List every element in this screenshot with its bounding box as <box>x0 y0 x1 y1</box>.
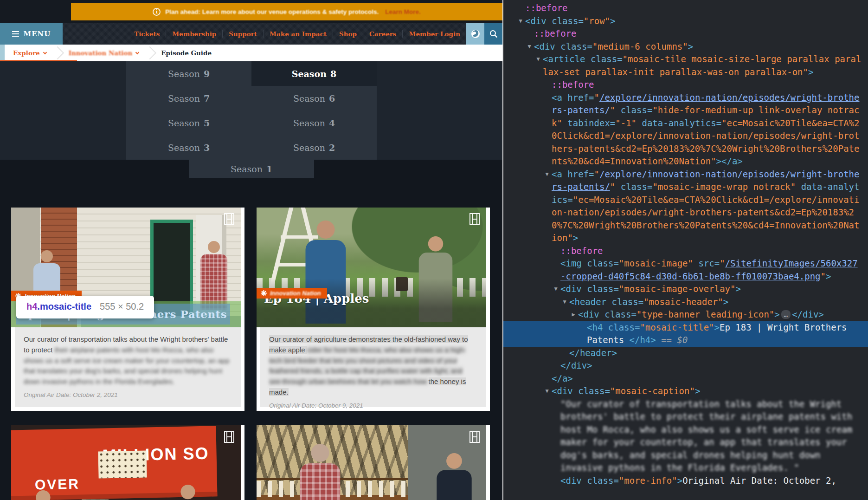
collapse-arrow-icon[interactable]: ▼ <box>516 15 525 28</box>
devtools-node[interactable]: ::before <box>503 2 868 15</box>
episode-thumbnail-4[interactable] <box>257 425 486 500</box>
inspect-tooltip-tag: h4 <box>26 301 37 312</box>
devtools-node[interactable]: ▼<a href="/explore/innovation-nation/epi… <box>503 168 868 245</box>
devtools-node[interactable]: ▼<div class="medium-6 columns"> <box>503 40 868 53</box>
breadcrumb-innovation-nation-label: Innovation Nation <box>69 49 133 57</box>
air-date: Original Air Date: October 9, 2021 <box>269 402 477 409</box>
collapse-arrow-icon[interactable]: ▼ <box>534 53 543 66</box>
utility-nav: TicketsMembershipSupportMake an ImpactSh… <box>128 23 466 45</box>
inspect-tooltip: h4.mosaic-title 555 × 50.2 <box>16 296 154 318</box>
type-banner-badge: Innovation Nation <box>257 288 327 299</box>
devtools-node[interactable]: </div> <box>503 359 868 372</box>
episode-caption: Our curator of transportation talks abou… <box>15 327 241 407</box>
collapse-arrow-icon[interactable]: ▼ <box>560 296 569 309</box>
episode-card-4 <box>257 425 490 500</box>
devtools-node[interactable]: ▼<header class="mosaic-header"> <box>503 296 868 309</box>
main-menubar: MENU TicketsMembershipSupportMake an Imp… <box>0 23 502 45</box>
photo-person <box>200 241 227 310</box>
breadcrumb-innovation-nation[interactable]: Innovation Nation <box>56 45 150 61</box>
collapse-arrow-icon[interactable]: ▼ <box>551 283 560 296</box>
devtools-node[interactable]: <div class="more-info">Original Air Date… <box>503 474 868 487</box>
chevron-down-icon <box>43 50 46 54</box>
season-item-8[interactable]: Season8 <box>251 61 377 86</box>
season-item-3[interactable]: Season3 <box>126 135 251 160</box>
nav-item-shop[interactable]: Shop <box>333 30 363 38</box>
nav-item-tickets[interactable]: Tickets <box>128 30 166 38</box>
collapse-arrow-icon[interactable]: ▼ <box>542 168 552 181</box>
hamburger-icon <box>12 33 19 34</box>
film-icon <box>469 213 480 225</box>
info-icon: i <box>153 8 161 16</box>
menu-button-label: MENU <box>24 30 51 38</box>
episode-thumbnail-3[interactable]: OVER MILLION SO <box>11 425 241 500</box>
season-item-1[interactable]: Season1 <box>189 160 314 178</box>
air-date: Original Air Date: October 2, 2021 <box>24 391 232 398</box>
devtools-node[interactable]: <a href="/explore/innovation-nation/epis… <box>503 91 868 168</box>
devtools-node[interactable]: ::before <box>503 27 868 40</box>
breadcrumb-explore-label: Explore <box>13 49 40 57</box>
season-item-5[interactable]: Season5 <box>126 110 251 135</box>
episode-thumbnail-184[interactable]: Innovation Nation Ep 184 | Apples <box>257 208 486 327</box>
episode-card-184: Innovation Nation Ep 184 | Apples Our cu… <box>257 208 490 411</box>
photo-person <box>300 444 341 500</box>
website-page: i Plan ahead: Learn more about our venue… <box>0 0 502 500</box>
episode-card-grid: Innovation Nation Ep 183 | Wright Brothe… <box>11 208 490 500</box>
gear-icon <box>261 290 267 296</box>
episode-caption: Our curator of agriculture demonstrates … <box>260 327 486 407</box>
nav-item-member-login[interactable]: Member Login <box>403 30 466 38</box>
devtools-node[interactable]: ::before <box>503 78 868 91</box>
film-icon <box>469 431 480 443</box>
devtools-node[interactable]: "Our curator of transportation talks abo… <box>503 398 868 474</box>
devtools-node[interactable]: ▼<div class="mosaic-image-overlay"> <box>503 283 868 296</box>
collapse-arrow-icon[interactable]: ▼ <box>542 385 552 398</box>
language-button[interactable] <box>466 23 484 45</box>
devtools-node[interactable]: </header> <box>503 347 868 360</box>
season-item-4[interactable]: Season4 <box>251 110 377 135</box>
nav-item-membership[interactable]: Membership <box>166 30 222 38</box>
devtools-node[interactable]: ▼<div class="row"> <box>503 15 868 28</box>
alert-banner-row: i Plan ahead: Learn more about our venue… <box>0 0 502 23</box>
devtools-node[interactable]: ▶<div class="type-banner leading-icon">…… <box>503 308 868 321</box>
caption-text-blurred: their airplane patents with host Mo Rocc… <box>24 346 230 385</box>
film-icon <box>224 213 234 225</box>
nav-item-make-an-impact[interactable]: Make an Impact <box>264 30 333 38</box>
photo-art: OVER MILLION SO <box>11 425 241 500</box>
photo-art <box>257 425 486 500</box>
inspect-tooltip-size: 555 × 50.2 <box>100 301 144 312</box>
title-overlay: Ep 184 | Apples <box>257 279 486 327</box>
globe-icon <box>470 29 481 39</box>
season-grid: Season9Season8Season7Season6Season5Seaso… <box>126 61 377 160</box>
alert-banner: i Plan ahead: Learn more about our venue… <box>71 3 502 20</box>
episode-card-3: OVER MILLION SO <box>11 425 244 500</box>
expand-arrow-icon[interactable]: ▶ <box>569 308 578 321</box>
devtools-node[interactable]: <h4 class="mosaic-title">Ep 183 | Wright… <box>503 321 868 347</box>
season-item-6[interactable]: Season6 <box>251 86 377 110</box>
devtools-node[interactable]: <img class="mosaic-image" src="/Sitefini… <box>503 257 868 283</box>
search-button[interactable] <box>484 23 502 45</box>
learn-more-link[interactable]: Learn More. <box>385 8 421 15</box>
breadcrumb-explore[interactable]: Explore <box>0 45 58 61</box>
photo-person <box>27 490 59 500</box>
breadcrumb: Explore Innovation Nation Episode Guide <box>0 45 502 61</box>
devtools-node[interactable]: ::before <box>503 245 868 258</box>
photo-person <box>437 453 471 500</box>
search-icon <box>489 29 498 39</box>
photo-sign-dot-panel <box>98 450 147 478</box>
nav-item-support[interactable]: Support <box>223 30 263 38</box>
devtools-node[interactable]: ▼<div class="mosaic-caption"> <box>503 385 868 398</box>
season-item-7[interactable]: Season7 <box>126 86 251 110</box>
nav-item-careers[interactable]: Careers <box>363 30 403 38</box>
photo-person <box>172 485 204 500</box>
inspect-tooltip-class: .mosaic-title <box>37 301 91 312</box>
devtools-node[interactable]: ▼<article class="mosaic-tile mosaic-size… <box>503 53 868 78</box>
chevron-down-icon <box>135 50 139 54</box>
breadcrumb-episode-guide: Episode Guide <box>148 45 223 61</box>
badge-label: Innovation Nation <box>270 290 321 297</box>
menu-button[interactable]: MENU <box>0 23 63 45</box>
season-selector: Season9Season8Season7Season6Season5Seaso… <box>126 61 377 178</box>
season-item-9[interactable]: Season9 <box>126 61 251 86</box>
season-item-2[interactable]: Season2 <box>251 135 377 160</box>
collapse-arrow-icon[interactable]: ▼ <box>525 40 534 53</box>
breadcrumb-episode-guide-label: Episode Guide <box>161 49 212 57</box>
devtools-node[interactable]: </a> <box>503 372 868 385</box>
